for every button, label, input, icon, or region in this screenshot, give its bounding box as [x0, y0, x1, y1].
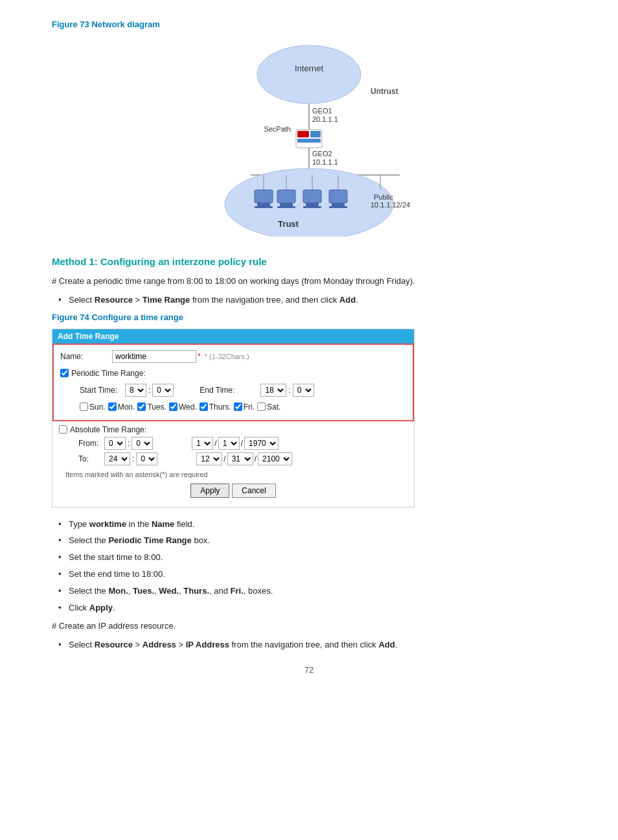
svg-rect-32: [329, 206, 347, 208]
to-row: To: 24 : 0 12 / 31 / 2100: [59, 452, 407, 465]
sat-checkbox[interactable]: [257, 402, 266, 411]
bullet-end: Set the end time to 18:00.: [58, 568, 566, 581]
form-header: Add Time Range: [52, 329, 414, 344]
svg-rect-27: [303, 190, 321, 203]
button-row: Apply Cancel: [59, 480, 407, 503]
sun-checkbox[interactable]: [80, 402, 88, 411]
bullet-start: Set the start time to 8:00.: [58, 551, 566, 565]
svg-text:10.1.1.1: 10.1.1.1: [312, 158, 338, 166]
bullet-item-1: Select Resource > Time Range from the na…: [58, 294, 566, 307]
to-month-select[interactable]: 12: [196, 452, 222, 465]
time-row: Start Time: 8 : 0 End Time: 18 : 0: [60, 382, 406, 398]
section-heading: Method 1: Configuring an interzone polic…: [52, 256, 566, 267]
form-body: Name: * * (1-32Chars.) Periodic Time Ran…: [52, 344, 414, 421]
required-star: *: [198, 352, 201, 361]
to-year-select[interactable]: 2100: [258, 452, 292, 465]
cancel-button[interactable]: Cancel: [232, 484, 275, 498]
svg-text:GEO2: GEO2: [312, 150, 332, 158]
svg-rect-24: [277, 190, 295, 203]
svg-rect-28: [306, 203, 319, 206]
svg-rect-26: [277, 206, 295, 208]
footnote: Items marked with an asterisk(*) are req…: [59, 468, 407, 480]
instruction-bullets: Type worktime in the Name field. Select …: [52, 518, 566, 615]
mon-checkbox-item: Mon.: [108, 402, 135, 412]
svg-text:Internet: Internet: [295, 64, 323, 73]
fri-label: Fri.: [244, 402, 255, 412]
svg-rect-7: [297, 131, 309, 137]
page-number: 72: [52, 665, 566, 675]
from-hour-select[interactable]: 0: [104, 437, 126, 450]
start-min-select[interactable]: 0: [152, 384, 174, 397]
tues-checkbox[interactable]: [137, 402, 146, 411]
fri-checkbox[interactable]: [234, 402, 242, 411]
bullet-worktime: Type worktime in the Name field.: [58, 518, 566, 531]
name-row: Name: * * (1-32Chars.): [60, 349, 406, 364]
to-hour-select[interactable]: 24: [104, 452, 130, 465]
svg-text:Untrust: Untrust: [371, 87, 398, 96]
svg-text:GEO1: GEO1: [312, 107, 332, 115]
add-time-range-form: Add Time Range Name: * * (1-32Chars.) Pe…: [52, 329, 415, 508]
absolute-row: Absolute Time Range:: [59, 425, 407, 434]
start-time-label: Start Time:: [80, 386, 125, 395]
days-checkboxes: Sun. Mon. Tues. Wed. Thurs.: [80, 402, 280, 412]
end-min-select[interactable]: 0: [293, 384, 314, 397]
to-label: To:: [78, 454, 104, 463]
tues-label: Tues.: [147, 402, 166, 412]
from-year-select[interactable]: 1970: [244, 437, 279, 450]
absolute-label: Absolute Time Range:: [70, 425, 146, 434]
from-row: From: 0 : 0 1 / 1 / 1970: [59, 437, 407, 450]
svg-text:10.1.1.12/24: 10.1.1.12/24: [371, 201, 410, 209]
svg-text:Public: Public: [374, 193, 393, 201]
svg-rect-8: [310, 131, 321, 137]
wed-label: Wed.: [179, 402, 197, 412]
bullet-list-1: Select Resource > Time Range from the na…: [52, 294, 566, 307]
wed-checkbox[interactable]: [169, 402, 177, 411]
from-min-select[interactable]: 0: [132, 437, 153, 450]
thurs-checkbox[interactable]: [200, 402, 208, 411]
sun-checkbox-item: Sun.: [80, 402, 106, 412]
svg-rect-22: [257, 203, 270, 206]
svg-rect-31: [332, 203, 345, 206]
svg-rect-9: [297, 139, 321, 143]
from-month-select[interactable]: 1: [192, 437, 213, 450]
svg-rect-29: [303, 206, 321, 208]
name-input[interactable]: [112, 350, 196, 363]
periodic-label: Periodic Time Range:: [71, 369, 146, 378]
apply-button[interactable]: Apply: [190, 484, 229, 498]
absolute-checkbox[interactable]: [59, 425, 67, 434]
to-min-select[interactable]: 0: [136, 452, 157, 465]
from-day-select[interactable]: 1: [218, 437, 240, 450]
thurs-checkbox-item: Thurs.: [200, 402, 231, 412]
fri-checkbox-item: Fri.: [234, 402, 255, 412]
to-day-select[interactable]: 31: [227, 452, 253, 465]
section2-intro: # Create an IP address resource.: [52, 620, 566, 633]
periodic-row: Periodic Time Range:: [60, 368, 406, 379]
end-time-label: End Time:: [200, 386, 235, 395]
svg-rect-30: [329, 190, 347, 203]
svg-rect-25: [280, 203, 293, 206]
svg-rect-23: [255, 206, 273, 208]
name-label: Name:: [60, 352, 112, 361]
bullet-periodic: Select the Periodic Time Range box.: [58, 534, 566, 548]
figure74-caption: Figure 74 Configure a time range: [52, 312, 566, 322]
end-hour-select[interactable]: 18: [260, 384, 286, 397]
network-diagram: Internet Untrust GEO1 20.1.1.1 SecPath G…: [52, 36, 566, 237]
periodic-checkbox[interactable]: [60, 369, 69, 377]
mon-label: Mon.: [118, 402, 135, 412]
mon-checkbox[interactable]: [108, 402, 117, 411]
svg-rect-21: [255, 190, 273, 203]
figure73-caption: Figure 73 Network diagram: [52, 19, 566, 29]
svg-text:SecPath: SecPath: [264, 125, 291, 133]
bullet-apply: Click Apply.: [58, 601, 566, 615]
sat-label: Sat.: [267, 402, 280, 412]
tues-checkbox-item: Tues.: [137, 402, 166, 412]
sat-checkbox-item: Sat.: [257, 402, 280, 412]
bullet-list-2: Select Resource > Address > IP Address f…: [52, 638, 566, 652]
start-hour-select[interactable]: 8: [125, 384, 146, 397]
intro-text: # Create a periodic time range from 8:00…: [52, 275, 566, 288]
thurs-label: Thurs.: [209, 402, 231, 412]
days-row: Sun. Mon. Tues. Wed. Thurs.: [60, 401, 406, 413]
bullet-address: Select Resource > Address > IP Address f…: [58, 638, 566, 652]
svg-text:Trust: Trust: [278, 219, 299, 229]
bullet-days: Select the Mon., Tues., Wed., Thurs., an…: [58, 585, 566, 598]
